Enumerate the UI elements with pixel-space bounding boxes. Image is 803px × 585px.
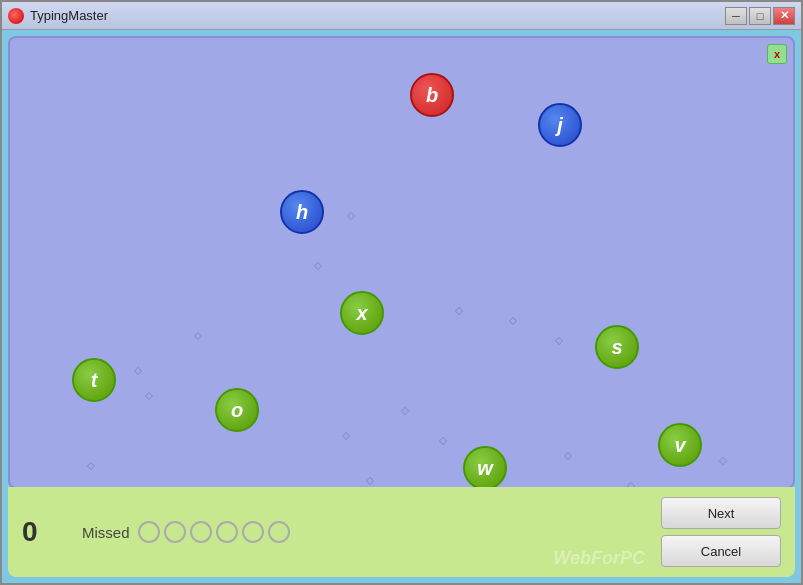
next-button[interactable]: Next [661,497,781,529]
dot-3 [509,317,517,325]
dot-15 [719,457,727,465]
title-bar: TypingMaster ─ □ ✕ [2,2,801,30]
title-bar-left: TypingMaster [8,8,108,24]
dot-6 [134,367,142,375]
bubble-t[interactable]: t [72,358,116,402]
game-close-button[interactable]: x [767,44,787,64]
missed-circle-5 [268,521,290,543]
app-icon [8,8,24,24]
missed-circle-0 [138,521,160,543]
buttons-section: Next Cancel [661,497,781,567]
bubble-x[interactable]: x [340,291,384,335]
missed-circle-1 [164,521,186,543]
missed-circle-2 [190,521,212,543]
bubble-j[interactable]: j [538,103,582,147]
dot-9 [342,432,350,440]
bubble-h[interactable]: h [280,190,324,234]
bubble-v[interactable]: v [658,423,702,467]
bubble-w[interactable]: w [463,446,507,489]
missed-circle-4 [242,521,264,543]
dot-8 [401,407,409,415]
app-window: TypingMaster ─ □ ✕ x bjhxstovw 0 Missed … [0,0,803,585]
window-title: TypingMaster [30,8,108,23]
dot-1 [314,262,322,270]
missed-section: Missed [82,521,290,543]
bottom-bar: 0 Missed Next Cancel WebForPC [8,487,795,577]
dot-12 [87,462,95,470]
score-display: 0 [22,516,62,548]
missed-label: Missed [82,524,130,541]
dot-11 [564,452,572,460]
dot-2 [455,307,463,315]
missed-circles [138,521,290,543]
bubble-o[interactable]: o [215,388,259,432]
bubble-b[interactable]: b [410,73,454,117]
maximize-button[interactable]: □ [749,7,771,25]
dot-13 [366,477,374,485]
dot-5 [555,337,563,345]
game-area[interactable]: x bjhxstovw [8,36,795,489]
missed-circle-3 [216,521,238,543]
dot-4 [194,332,202,340]
dot-0 [347,212,355,220]
bubble-s[interactable]: s [595,325,639,369]
content-area: x bjhxstovw 0 Missed Next Cancel WebForP… [2,30,801,583]
title-bar-buttons: ─ □ ✕ [725,7,795,25]
cancel-button[interactable]: Cancel [661,535,781,567]
dot-7 [145,392,153,400]
dot-10 [439,437,447,445]
window-close-button[interactable]: ✕ [773,7,795,25]
watermark: WebForPC [553,548,645,569]
minimize-button[interactable]: ─ [725,7,747,25]
